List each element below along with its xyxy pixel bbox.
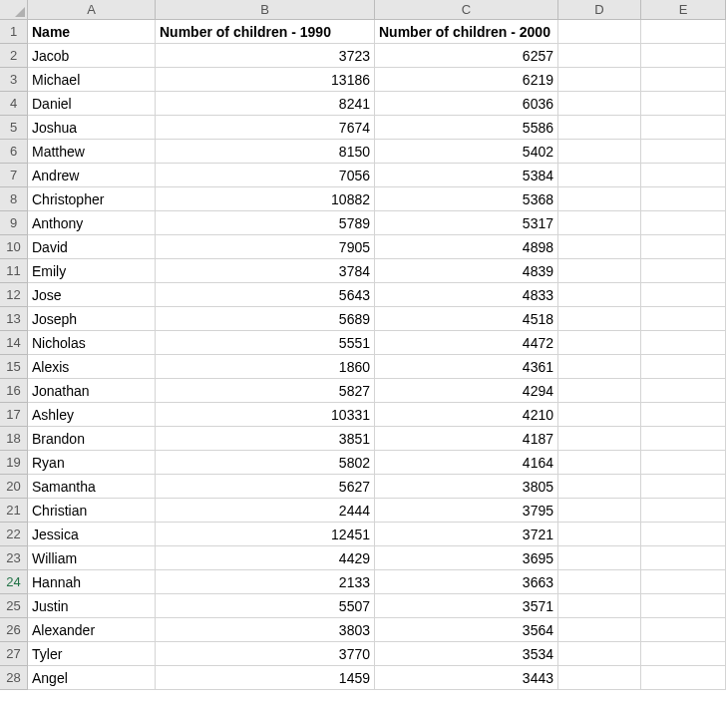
cell-1990[interactable]: 7056: [156, 164, 375, 187]
cell-empty-E[interactable]: [641, 403, 726, 427]
cell-empty-D[interactable]: [558, 618, 641, 642]
cell-empty-D[interactable]: [558, 546, 641, 570]
cell-2000[interactable]: 3534: [375, 642, 558, 666]
col-header-E[interactable]: E: [641, 0, 726, 20]
cell-C1[interactable]: Number of children - 2000: [375, 20, 558, 44]
cell-empty-E[interactable]: [641, 427, 726, 451]
cell-empty-D[interactable]: [558, 140, 641, 164]
cell-name[interactable]: Matthew: [28, 140, 156, 164]
cell-empty-D[interactable]: [558, 331, 641, 355]
cell-name[interactable]: Tyler: [28, 642, 156, 666]
cell-2000[interactable]: 3695: [375, 546, 558, 570]
cell-empty-D[interactable]: [558, 44, 641, 68]
cell-1990[interactable]: 8150: [156, 140, 375, 164]
cell-empty-E[interactable]: [641, 642, 726, 666]
cell-empty-D[interactable]: [558, 523, 641, 546]
cell-2000[interactable]: 4210: [375, 403, 558, 427]
row-header[interactable]: 1: [0, 20, 28, 44]
cell-1990[interactable]: 3784: [156, 259, 375, 283]
cell-1990[interactable]: 5627: [156, 475, 375, 499]
cell-1990[interactable]: 3770: [156, 642, 375, 666]
cell-empty-D[interactable]: [558, 427, 641, 451]
cell-empty-E[interactable]: [641, 618, 726, 642]
cell-2000[interactable]: 3571: [375, 594, 558, 618]
cell-name[interactable]: Joshua: [28, 116, 156, 140]
cell-empty-D[interactable]: [558, 475, 641, 499]
cell-name[interactable]: Joseph: [28, 307, 156, 331]
cell-name[interactable]: Jacob: [28, 44, 156, 68]
cell-name[interactable]: Andrew: [28, 164, 156, 187]
cell-empty-E[interactable]: [641, 570, 726, 594]
cell-2000[interactable]: 6219: [375, 68, 558, 92]
row-header[interactable]: 28: [0, 666, 28, 690]
col-header-D[interactable]: D: [558, 0, 641, 20]
cell-empty-E[interactable]: [641, 379, 726, 403]
cell-1990[interactable]: 4429: [156, 546, 375, 570]
cell-empty-E[interactable]: [641, 211, 726, 235]
cell-empty-E[interactable]: [641, 546, 726, 570]
cell-empty-E[interactable]: [641, 499, 726, 523]
cell-2000[interactable]: 3443: [375, 666, 558, 690]
cell-1990[interactable]: 3851: [156, 427, 375, 451]
row-header[interactable]: 27: [0, 642, 28, 666]
cell-1990[interactable]: 1860: [156, 355, 375, 379]
cell-name[interactable]: Jonathan: [28, 379, 156, 403]
cell-2000[interactable]: 3564: [375, 618, 558, 642]
cell-2000[interactable]: 3795: [375, 499, 558, 523]
cell-empty-E[interactable]: [641, 666, 726, 690]
cell-name[interactable]: Jessica: [28, 523, 156, 546]
cell-2000[interactable]: 4187: [375, 427, 558, 451]
cell-empty-E[interactable]: [641, 235, 726, 259]
cell-name[interactable]: Daniel: [28, 92, 156, 116]
row-header[interactable]: 26: [0, 618, 28, 642]
row-header[interactable]: 5: [0, 116, 28, 140]
cell-empty-E[interactable]: [641, 331, 726, 355]
cell-2000[interactable]: 4472: [375, 331, 558, 355]
cell-2000[interactable]: 4839: [375, 259, 558, 283]
cell-empty-D[interactable]: [558, 235, 641, 259]
cell-1990[interactable]: 2444: [156, 499, 375, 523]
cell-empty-E[interactable]: [641, 307, 726, 331]
cell-empty-E[interactable]: [641, 164, 726, 187]
cell-empty-D[interactable]: [558, 116, 641, 140]
cell-1990[interactable]: 3803: [156, 618, 375, 642]
cell-empty-E[interactable]: [641, 283, 726, 307]
cell-1990[interactable]: 7905: [156, 235, 375, 259]
cell-empty-E[interactable]: [641, 116, 726, 140]
cell-1990[interactable]: 2133: [156, 570, 375, 594]
cell-1990[interactable]: 5551: [156, 331, 375, 355]
row-header[interactable]: 6: [0, 140, 28, 164]
row-header[interactable]: 15: [0, 355, 28, 379]
cell-name[interactable]: Emily: [28, 259, 156, 283]
cell-empty-D[interactable]: [558, 259, 641, 283]
cell-1990[interactable]: 5643: [156, 283, 375, 307]
cell-empty-D[interactable]: [558, 594, 641, 618]
row-header[interactable]: 10: [0, 235, 28, 259]
cell-name[interactable]: Alexander: [28, 618, 156, 642]
cell-empty-E[interactable]: [641, 44, 726, 68]
cell-empty-E[interactable]: [641, 187, 726, 211]
cell-empty-D[interactable]: [558, 283, 641, 307]
cell-empty-D[interactable]: [558, 92, 641, 116]
cell-2000[interactable]: 5402: [375, 140, 558, 164]
row-header[interactable]: 2: [0, 44, 28, 68]
cell-empty-D[interactable]: [558, 379, 641, 403]
row-header[interactable]: 3: [0, 68, 28, 92]
col-header-C[interactable]: C: [375, 0, 558, 20]
cell-empty-D[interactable]: [558, 451, 641, 475]
cell-name[interactable]: Michael: [28, 68, 156, 92]
cell-D1[interactable]: [558, 20, 641, 44]
cell-name[interactable]: David: [28, 235, 156, 259]
row-header[interactable]: 17: [0, 403, 28, 427]
cell-empty-E[interactable]: [641, 355, 726, 379]
cell-2000[interactable]: 4164: [375, 451, 558, 475]
cell-1990[interactable]: 8241: [156, 92, 375, 116]
cell-name[interactable]: Justin: [28, 594, 156, 618]
cell-empty-E[interactable]: [641, 140, 726, 164]
cell-empty-D[interactable]: [558, 355, 641, 379]
spreadsheet-grid[interactable]: A B C D E 1 Name Number of children - 19…: [0, 0, 728, 690]
row-header[interactable]: 21: [0, 499, 28, 523]
row-header[interactable]: 7: [0, 164, 28, 187]
row-header[interactable]: 12: [0, 283, 28, 307]
cell-1990[interactable]: 1459: [156, 666, 375, 690]
